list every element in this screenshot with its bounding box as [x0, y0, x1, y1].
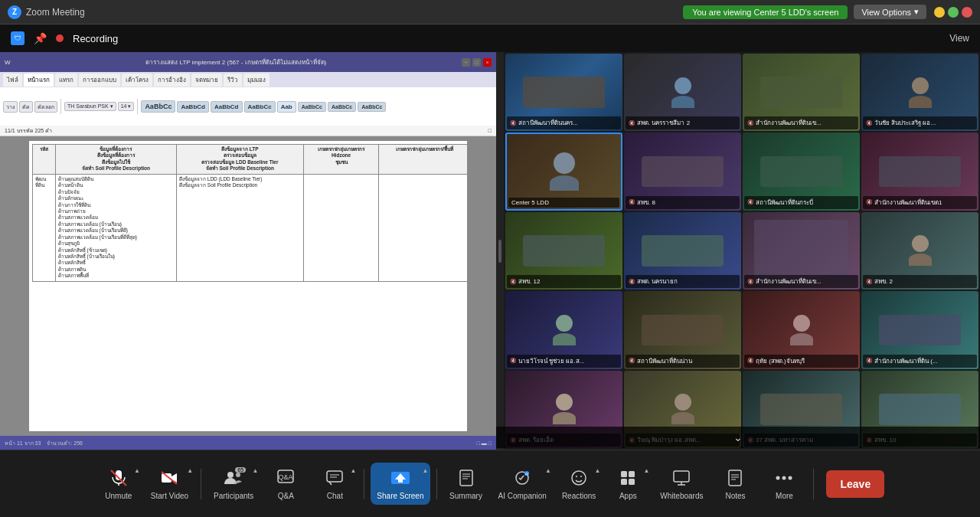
- word-close[interactable]: ×: [483, 58, 492, 67]
- ribbon-tab-review[interactable]: รีวิว: [224, 74, 242, 87]
- resize-divider[interactable]: [496, 52, 504, 450]
- cell-desc: พัฒนที่ดิน: [32, 174, 55, 281]
- copy-btn[interactable]: คัดลอก: [34, 101, 57, 113]
- share-screen-icon: [390, 467, 411, 489]
- style-normal[interactable]: AaBbCc: [141, 100, 175, 113]
- screen-share-banner: You are viewing Center 5 LDD's screen: [683, 5, 848, 19]
- mic-muted-icon: 🔇: [747, 279, 754, 285]
- video-tile-2[interactable]: 🔇 สพด. นครราชสีมา 2: [624, 54, 741, 131]
- more-button[interactable]: More: [761, 463, 807, 505]
- video-label-9: 🔇 สพข. 12: [507, 275, 621, 288]
- word-status-info: หน้า 11 จาก 33: [5, 439, 41, 447]
- svg-point-6: [236, 473, 240, 477]
- video-tile-1[interactable]: 🔇 สถานีพัฒนาที่ดินนคร...: [505, 54, 622, 131]
- style-2[interactable]: AaBbCd: [211, 101, 243, 113]
- font-select[interactable]: TH Sarabun PSK ▾: [64, 102, 116, 111]
- video-tile-14[interactable]: 🔇 สถานีพัฒนาที่ดินน่าน: [624, 291, 741, 368]
- leave-button[interactable]: Leave: [826, 470, 884, 498]
- video-label-6: 🔇 สพข. 8: [626, 196, 740, 209]
- video-tile-9[interactable]: 🔇 สพข. 12: [505, 212, 622, 290]
- ribbon-tab-view[interactable]: มุมมอง: [243, 74, 270, 87]
- dropdown-arrow-icon: ▲: [350, 467, 356, 474]
- style-7[interactable]: AaBbCc: [358, 102, 386, 112]
- main-content: W ตารางแสดง LTP implement 2 (567 - เกษตร…: [0, 52, 980, 450]
- video-tile-4[interactable]: 🔇 วันชัย สินประเสริฐ ผอ...: [861, 54, 978, 131]
- mic-off-icon: [108, 467, 129, 489]
- video-label-2: 🔇 สพด. นครราชสีมา 2: [626, 116, 740, 129]
- summary-button[interactable]: Summary: [443, 463, 489, 505]
- minimize-button[interactable]: [934, 7, 945, 18]
- svg-point-5: [227, 472, 234, 478]
- video-tile-3[interactable]: 🔇 สำนักงานพัฒนาที่ดินเข...: [743, 54, 860, 131]
- reactions-button[interactable]: Reactions ▲: [556, 463, 602, 505]
- svg-point-37: [789, 476, 792, 480]
- video-tile-8[interactable]: 🔇 สำนักงานพัฒนาที่ดินเขต1: [861, 133, 978, 210]
- ribbon-tab-design[interactable]: การออกแบบ: [79, 74, 120, 87]
- video-tile-15[interactable]: 🔇 ฤทัย (สพด.)จันทบุรี: [743, 291, 860, 368]
- video-tile-11[interactable]: 🔇 สำนักงานพัฒนาที่ดินเข...: [743, 212, 860, 290]
- dropdown-arrow-icon: ▲: [134, 467, 140, 474]
- word-word-count: จำนวนคำ: 256: [47, 439, 83, 447]
- ribbon-tab-file[interactable]: ไฟล์: [3, 74, 22, 87]
- svg-point-23: [580, 476, 582, 477]
- th-1: รหัส: [32, 145, 55, 175]
- th-3: ดึงข้อมูลจาก LTPตรวจสอบข้อมูลตรวจสอบข้อม…: [177, 145, 304, 175]
- scroll-down-indicator[interactable]: ⌄: [496, 427, 980, 448]
- mic-muted-icon: 🔇: [866, 279, 873, 285]
- close-button[interactable]: [962, 7, 972, 18]
- video-tile-16[interactable]: 🔇 สำนักงานพัฒนาที่ดิน (...: [861, 291, 978, 368]
- notes-icon: [724, 467, 746, 489]
- video-tile-12[interactable]: 🔇 สพข. 2: [861, 212, 978, 290]
- ribbon-tools: วาง ตัด คัดลอก TH Sarabun PSK ▾ 14 ▾ AaB…: [0, 87, 496, 126]
- start-video-button[interactable]: Start Video ▲: [145, 463, 194, 505]
- share-screen-button[interactable]: Share Screen ▲: [371, 463, 430, 505]
- video-tile-13[interactable]: 🔇 นายวิโรจน์ ชูช่วย ผอ.ส...: [505, 291, 622, 368]
- style-6[interactable]: AaBbCc: [328, 102, 356, 112]
- ribbon-tabs: ไฟล์ หน้าแรก แทรก การออกแบบ เค้าโครง การ…: [0, 72, 496, 87]
- whiteboards-button[interactable]: Whiteboards: [654, 463, 709, 505]
- ribbon-tab-layout[interactable]: เค้าโครง: [122, 74, 152, 87]
- notes-button[interactable]: Notes: [712, 463, 758, 505]
- svg-point-21: [572, 471, 586, 485]
- reactions-label: Reactions: [562, 492, 596, 500]
- style-3[interactable]: AaBbCc: [244, 101, 276, 113]
- paste-btn[interactable]: วาง: [3, 101, 18, 113]
- view-options-button[interactable]: View Options ▾: [854, 5, 926, 19]
- ai-companion-button[interactable]: AI AI Companion ▲: [492, 463, 553, 505]
- chat-button[interactable]: Chat ▲: [312, 463, 358, 505]
- ribbon-tab-mail[interactable]: จดหมาย: [191, 74, 222, 87]
- style-4[interactable]: Aab: [277, 101, 296, 113]
- video-label-3: 🔇 สำนักงานพัฒนาที่ดินเข...: [744, 116, 858, 129]
- ribbon-tab-ref[interactable]: การอ้างอิง: [154, 74, 190, 87]
- style-5[interactable]: AaBbCc: [298, 102, 326, 112]
- data-table: รหัส ข้อมูลที่ต้องการดึงข้อมูลที่ต้องการ…: [32, 144, 467, 282]
- font-size[interactable]: 14 ▾: [118, 102, 135, 111]
- cut-btn[interactable]: ตัด: [19, 101, 33, 113]
- document-body[interactable]: รหัส ข้อมูลที่ต้องการดึงข้อมูลที่ต้องการ…: [0, 136, 496, 436]
- dropdown-arrow-icon: ▲: [423, 467, 429, 474]
- word-minimize[interactable]: −: [462, 58, 470, 67]
- view-label-right: View: [949, 33, 969, 44]
- svg-rect-14: [460, 470, 472, 486]
- qa-button[interactable]: Q&A Q&A: [263, 463, 309, 505]
- chat-label: Chat: [327, 492, 343, 500]
- video-tile-10[interactable]: 🔇 สพด. นครนายก: [624, 212, 741, 290]
- style-1[interactable]: AaBbCd: [177, 101, 209, 113]
- apps-button[interactable]: Apps ▲: [605, 463, 651, 505]
- video-tile-5[interactable]: Center 5 LDD: [505, 133, 622, 210]
- word-document: W ตารางแสดง LTP implement 2 (567 - เกษตร…: [0, 52, 496, 450]
- participants-button[interactable]: 65 Participants ▲: [207, 463, 260, 505]
- ribbon-tab-insert[interactable]: แทรก: [55, 74, 77, 87]
- svg-point-35: [776, 476, 780, 480]
- unmute-button[interactable]: Unmute ▲: [96, 463, 142, 505]
- ribbon-tab-home[interactable]: หน้าแรก: [24, 74, 54, 87]
- toolbar-separator-4: [813, 469, 814, 499]
- word-statusbar: หน้า 11 จาก 33 จำนวนคำ: 256 □ ▬ □: [0, 436, 496, 450]
- summary-label: Summary: [449, 492, 482, 500]
- word-maximize[interactable]: □: [472, 58, 481, 67]
- svg-rect-24: [621, 471, 627, 477]
- maximize-button[interactable]: [948, 7, 959, 18]
- video-tile-7[interactable]: 🔇 สถานีพัฒนาที่ดินกระบี่: [743, 133, 860, 210]
- chevron-down-icon: ⌄: [733, 431, 743, 443]
- video-tile-6[interactable]: 🔇 สพข. 8: [624, 133, 741, 210]
